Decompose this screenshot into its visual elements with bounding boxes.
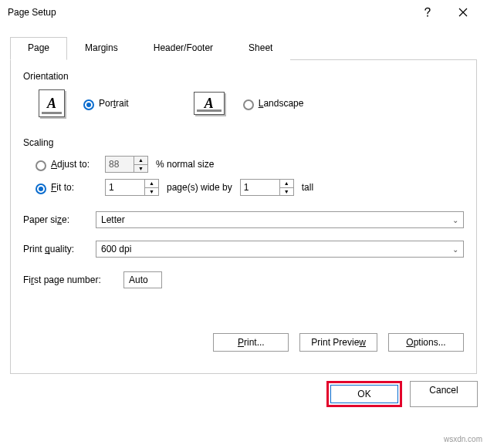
- radio-icon: [83, 99, 94, 110]
- watermark: wsxdn.com: [444, 435, 482, 443]
- chevron-down-icon: ⌄: [452, 216, 458, 224]
- portrait-radio[interactable]: Portrait: [83, 98, 129, 109]
- adjust-to-row: Adjust to: ▲▼ % normal size: [23, 153, 464, 176]
- tab-header-footer[interactable]: Header/Footer: [136, 37, 231, 60]
- panel-buttons: Print... Print Preview Options...: [23, 288, 464, 361]
- first-page-input[interactable]: Auto: [123, 271, 162, 288]
- adjust-to-input[interactable]: [106, 157, 134, 172]
- print-quality-select[interactable]: 600 dpi ⌄: [96, 241, 464, 258]
- fit-to-radio[interactable]: Fit to:: [36, 182, 97, 193]
- orientation-label: Orientation: [23, 71, 464, 82]
- print-quality-value: 600 dpi: [101, 244, 131, 254]
- spinner-down-icon[interactable]: ▼: [145, 188, 158, 196]
- fit-tall-spinner[interactable]: ▲▼: [240, 179, 294, 196]
- spinner-up-icon[interactable]: ▲: [134, 157, 147, 165]
- scaling-label: Scaling: [23, 137, 464, 148]
- close-button[interactable]: [445, 0, 481, 25]
- help-button[interactable]: [410, 0, 445, 25]
- fit-mid-label: page(s) wide by: [167, 182, 232, 193]
- tab-sheet[interactable]: Sheet: [231, 37, 290, 60]
- ok-button[interactable]: OK: [330, 385, 398, 403]
- ok-highlight: OK: [326, 381, 402, 407]
- dialog-title: Page Setup: [8, 7, 410, 18]
- radio-icon: [243, 99, 254, 110]
- adjust-to-spinner[interactable]: ▲▼: [105, 156, 148, 173]
- landscape-radio[interactable]: Landscape: [243, 98, 304, 109]
- fit-wide-spinner[interactable]: ▲▼: [105, 179, 159, 196]
- tab-page[interactable]: Page: [10, 37, 67, 60]
- first-page-label: First page number:: [23, 275, 116, 285]
- adjust-to-radio[interactable]: Adjust to:: [36, 159, 97, 170]
- dialog-body: Page Margins Header/Footer Sheet Orienta…: [0, 25, 487, 375]
- first-page-row: First page number: Auto: [23, 271, 464, 288]
- print-button[interactable]: Print...: [213, 333, 289, 352]
- print-preview-button[interactable]: Print Preview: [299, 333, 377, 352]
- radio-icon: [36, 160, 46, 171]
- paper-size-select[interactable]: Letter ⌄: [96, 211, 464, 228]
- orientation-group: A Portrait A Landscape: [23, 86, 464, 137]
- portrait-icon: A: [39, 89, 65, 117]
- landscape-icon: A: [194, 92, 225, 115]
- options-button[interactable]: Options...: [388, 333, 464, 352]
- paper-size-row: Paper size: Letter ⌄: [23, 211, 464, 228]
- paper-size-label: Paper size:: [23, 214, 88, 225]
- spinner-down-icon[interactable]: ▼: [280, 188, 293, 196]
- fit-wide-input[interactable]: [106, 180, 144, 195]
- tab-panel-page: Orientation A Portrait A Landscape Scali…: [10, 60, 477, 374]
- adjust-to-suffix: % normal size: [156, 159, 214, 170]
- fit-tall-input[interactable]: [241, 180, 279, 195]
- fit-to-row: Fit to: ▲▼ page(s) wide by ▲▼ tall: [23, 176, 464, 199]
- titlebar: Page Setup: [0, 0, 487, 25]
- spinner-up-icon[interactable]: ▲: [280, 180, 293, 188]
- tab-strip: Page Margins Header/Footer Sheet: [10, 36, 477, 60]
- spinner-up-icon[interactable]: ▲: [145, 180, 158, 188]
- chevron-down-icon: ⌄: [452, 245, 458, 254]
- paper-size-value: Letter: [101, 214, 125, 225]
- print-quality-label: Print quality:: [23, 244, 88, 254]
- spinner-down-icon[interactable]: ▼: [134, 165, 147, 173]
- tab-margins[interactable]: Margins: [67, 37, 136, 60]
- cancel-button[interactable]: Cancel: [410, 381, 478, 407]
- fit-tall-suffix: tall: [302, 182, 313, 193]
- radio-icon: [36, 184, 46, 194]
- print-quality-row: Print quality: 600 dpi ⌄: [23, 241, 464, 258]
- dialog-footer: OK Cancel: [0, 375, 487, 415]
